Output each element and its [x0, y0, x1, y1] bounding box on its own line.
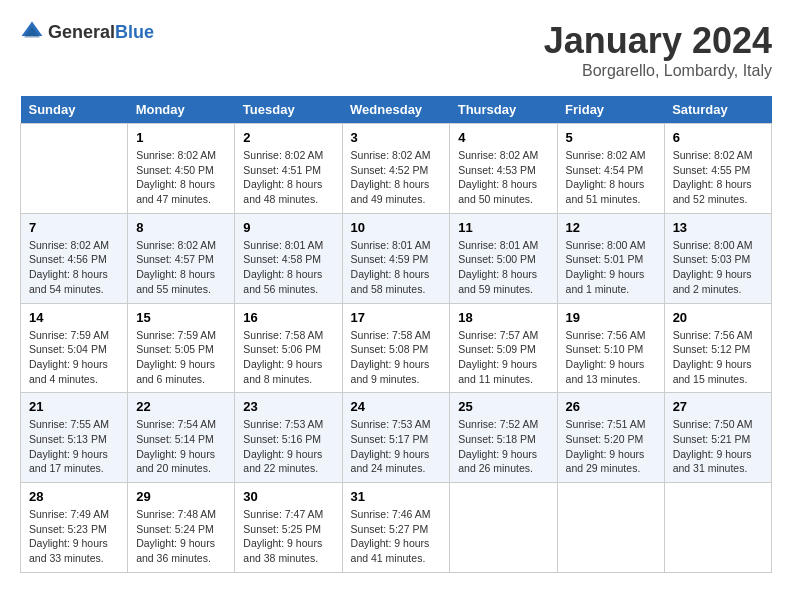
day-info: Sunrise: 7:57 AMSunset: 5:09 PMDaylight:…: [458, 328, 548, 387]
day-number: 4: [458, 130, 548, 145]
calendar-cell: 13Sunrise: 8:00 AMSunset: 5:03 PMDayligh…: [664, 213, 771, 303]
calendar-cell: 23Sunrise: 7:53 AMSunset: 5:16 PMDayligh…: [235, 393, 342, 483]
day-number: 30: [243, 489, 333, 504]
day-number: 15: [136, 310, 226, 325]
calendar-cell: 6Sunrise: 8:02 AMSunset: 4:55 PMDaylight…: [664, 124, 771, 214]
day-number: 29: [136, 489, 226, 504]
calendar-cell: [21, 124, 128, 214]
calendar-cell: 15Sunrise: 7:59 AMSunset: 5:05 PMDayligh…: [128, 303, 235, 393]
day-number: 27: [673, 399, 763, 414]
day-info: Sunrise: 8:02 AMSunset: 4:57 PMDaylight:…: [136, 238, 226, 297]
day-info: Sunrise: 7:47 AMSunset: 5:25 PMDaylight:…: [243, 507, 333, 566]
calendar-cell: 24Sunrise: 7:53 AMSunset: 5:17 PMDayligh…: [342, 393, 450, 483]
location-title: Borgarello, Lombardy, Italy: [544, 62, 772, 80]
day-number: 3: [351, 130, 442, 145]
logo: GeneralBlue: [20, 20, 154, 44]
day-number: 7: [29, 220, 119, 235]
calendar-cell: 12Sunrise: 8:00 AMSunset: 5:01 PMDayligh…: [557, 213, 664, 303]
calendar-week-row: 14Sunrise: 7:59 AMSunset: 5:04 PMDayligh…: [21, 303, 772, 393]
calendar-cell: 5Sunrise: 8:02 AMSunset: 4:54 PMDaylight…: [557, 124, 664, 214]
weekday-header: Monday: [128, 96, 235, 124]
day-number: 9: [243, 220, 333, 235]
calendar-cell: 1Sunrise: 8:02 AMSunset: 4:50 PMDaylight…: [128, 124, 235, 214]
weekday-header: Friday: [557, 96, 664, 124]
day-info: Sunrise: 7:59 AMSunset: 5:05 PMDaylight:…: [136, 328, 226, 387]
calendar-cell: 10Sunrise: 8:01 AMSunset: 4:59 PMDayligh…: [342, 213, 450, 303]
day-info: Sunrise: 7:58 AMSunset: 5:06 PMDaylight:…: [243, 328, 333, 387]
calendar-cell: 20Sunrise: 7:56 AMSunset: 5:12 PMDayligh…: [664, 303, 771, 393]
day-number: 17: [351, 310, 442, 325]
day-info: Sunrise: 7:55 AMSunset: 5:13 PMDaylight:…: [29, 417, 119, 476]
calendar-body: 1Sunrise: 8:02 AMSunset: 4:50 PMDaylight…: [21, 124, 772, 573]
day-number: 28: [29, 489, 119, 504]
calendar-cell: 8Sunrise: 8:02 AMSunset: 4:57 PMDaylight…: [128, 213, 235, 303]
calendar-week-row: 1Sunrise: 8:02 AMSunset: 4:50 PMDaylight…: [21, 124, 772, 214]
day-number: 23: [243, 399, 333, 414]
day-number: 19: [566, 310, 656, 325]
calendar-header: SundayMondayTuesdayWednesdayThursdayFrid…: [21, 96, 772, 124]
month-title: January 2024: [544, 20, 772, 62]
calendar-cell: 3Sunrise: 8:02 AMSunset: 4:52 PMDaylight…: [342, 124, 450, 214]
day-info: Sunrise: 7:53 AMSunset: 5:16 PMDaylight:…: [243, 417, 333, 476]
day-number: 25: [458, 399, 548, 414]
day-info: Sunrise: 7:56 AMSunset: 5:10 PMDaylight:…: [566, 328, 656, 387]
day-info: Sunrise: 8:02 AMSunset: 4:52 PMDaylight:…: [351, 148, 442, 207]
day-number: 20: [673, 310, 763, 325]
day-info: Sunrise: 7:54 AMSunset: 5:14 PMDaylight:…: [136, 417, 226, 476]
day-info: Sunrise: 8:00 AMSunset: 5:01 PMDaylight:…: [566, 238, 656, 297]
day-number: 12: [566, 220, 656, 235]
calendar-cell: 16Sunrise: 7:58 AMSunset: 5:06 PMDayligh…: [235, 303, 342, 393]
day-number: 16: [243, 310, 333, 325]
day-number: 2: [243, 130, 333, 145]
day-info: Sunrise: 8:02 AMSunset: 4:50 PMDaylight:…: [136, 148, 226, 207]
day-info: Sunrise: 8:01 AMSunset: 5:00 PMDaylight:…: [458, 238, 548, 297]
day-info: Sunrise: 8:00 AMSunset: 5:03 PMDaylight:…: [673, 238, 763, 297]
calendar-cell: 22Sunrise: 7:54 AMSunset: 5:14 PMDayligh…: [128, 393, 235, 483]
calendar-cell: 11Sunrise: 8:01 AMSunset: 5:00 PMDayligh…: [450, 213, 557, 303]
day-info: Sunrise: 7:48 AMSunset: 5:24 PMDaylight:…: [136, 507, 226, 566]
calendar-cell: 28Sunrise: 7:49 AMSunset: 5:23 PMDayligh…: [21, 483, 128, 573]
calendar-cell: [664, 483, 771, 573]
day-number: 11: [458, 220, 548, 235]
calendar-week-row: 21Sunrise: 7:55 AMSunset: 5:13 PMDayligh…: [21, 393, 772, 483]
day-number: 1: [136, 130, 226, 145]
day-number: 14: [29, 310, 119, 325]
calendar-cell: 4Sunrise: 8:02 AMSunset: 4:53 PMDaylight…: [450, 124, 557, 214]
calendar-week-row: 28Sunrise: 7:49 AMSunset: 5:23 PMDayligh…: [21, 483, 772, 573]
calendar-cell: 25Sunrise: 7:52 AMSunset: 5:18 PMDayligh…: [450, 393, 557, 483]
logo-general-text: General: [48, 22, 115, 42]
day-number: 8: [136, 220, 226, 235]
day-info: Sunrise: 7:56 AMSunset: 5:12 PMDaylight:…: [673, 328, 763, 387]
weekday-header: Thursday: [450, 96, 557, 124]
day-info: Sunrise: 8:01 AMSunset: 4:59 PMDaylight:…: [351, 238, 442, 297]
calendar-cell: 7Sunrise: 8:02 AMSunset: 4:56 PMDaylight…: [21, 213, 128, 303]
day-info: Sunrise: 7:52 AMSunset: 5:18 PMDaylight:…: [458, 417, 548, 476]
day-number: 10: [351, 220, 442, 235]
calendar-table: SundayMondayTuesdayWednesdayThursdayFrid…: [20, 96, 772, 573]
day-number: 21: [29, 399, 119, 414]
day-number: 6: [673, 130, 763, 145]
calendar-cell: 29Sunrise: 7:48 AMSunset: 5:24 PMDayligh…: [128, 483, 235, 573]
calendar-cell: 21Sunrise: 7:55 AMSunset: 5:13 PMDayligh…: [21, 393, 128, 483]
calendar-week-row: 7Sunrise: 8:02 AMSunset: 4:56 PMDaylight…: [21, 213, 772, 303]
calendar-cell: [450, 483, 557, 573]
day-info: Sunrise: 7:58 AMSunset: 5:08 PMDaylight:…: [351, 328, 442, 387]
day-info: Sunrise: 7:50 AMSunset: 5:21 PMDaylight:…: [673, 417, 763, 476]
weekday-header: Wednesday: [342, 96, 450, 124]
day-info: Sunrise: 8:02 AMSunset: 4:54 PMDaylight:…: [566, 148, 656, 207]
day-number: 18: [458, 310, 548, 325]
day-info: Sunrise: 7:51 AMSunset: 5:20 PMDaylight:…: [566, 417, 656, 476]
day-number: 31: [351, 489, 442, 504]
calendar-cell: 30Sunrise: 7:47 AMSunset: 5:25 PMDayligh…: [235, 483, 342, 573]
title-section: January 2024 Borgarello, Lombardy, Italy: [544, 20, 772, 80]
day-info: Sunrise: 8:02 AMSunset: 4:53 PMDaylight:…: [458, 148, 548, 207]
day-info: Sunrise: 7:53 AMSunset: 5:17 PMDaylight:…: [351, 417, 442, 476]
logo-blue-text: Blue: [115, 22, 154, 42]
page-header: GeneralBlue January 2024 Borgarello, Lom…: [20, 20, 772, 80]
day-info: Sunrise: 7:46 AMSunset: 5:27 PMDaylight:…: [351, 507, 442, 566]
day-number: 13: [673, 220, 763, 235]
calendar-cell: 19Sunrise: 7:56 AMSunset: 5:10 PMDayligh…: [557, 303, 664, 393]
day-info: Sunrise: 8:01 AMSunset: 4:58 PMDaylight:…: [243, 238, 333, 297]
day-info: Sunrise: 8:02 AMSunset: 4:51 PMDaylight:…: [243, 148, 333, 207]
calendar-cell: 26Sunrise: 7:51 AMSunset: 5:20 PMDayligh…: [557, 393, 664, 483]
